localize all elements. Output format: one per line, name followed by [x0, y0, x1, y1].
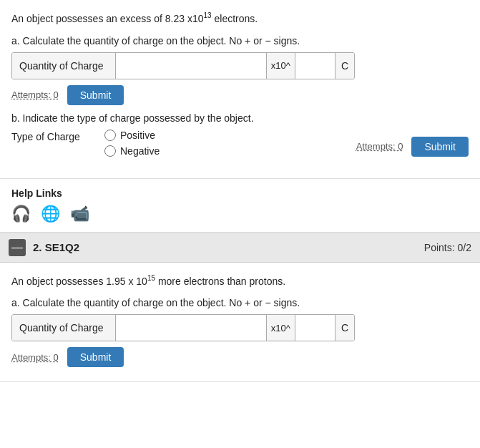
type-of-charge-wrapper: Type of Charge Positive Negative Attempt…: [11, 130, 469, 164]
part-b-submit-button[interactable]: Submit: [411, 137, 469, 157]
q2-quantity-of-charge-input-row: Quantity of Charge x10^ C: [11, 314, 355, 341]
help-links-title: Help Links: [11, 188, 469, 199]
question-1-intro: An object possesses an excess of 8.23 x1…: [11, 10, 469, 26]
q2-exp-label: x10^: [266, 315, 295, 341]
question-2-part-a: a. Calculate the quantity of charge on t…: [11, 297, 469, 367]
part-a-attempts-row: Attempts: 0 Submit: [11, 85, 469, 105]
radio-group: Positive Negative: [104, 130, 160, 157]
part-b-attempts-count: Attempts: 0: [356, 141, 403, 152]
type-of-charge-label: Type of Charge: [11, 130, 104, 142]
points-badge: Points: 0/2: [424, 242, 471, 253]
positive-option[interactable]: Positive: [104, 130, 160, 141]
q2-unit-label: C: [335, 315, 354, 341]
part-a-submit-button[interactable]: Submit: [67, 85, 124, 105]
q2-part-a-label: a. Calculate the quantity of charge on t…: [11, 297, 469, 308]
part-a-label: a. Calculate the quantity of charge on t…: [11, 35, 469, 47]
q2-quantity-charge-main-input[interactable]: [116, 315, 266, 341]
exp-label: x10^: [266, 53, 295, 79]
question-1-part-a: a. Calculate the quantity of charge on t…: [11, 35, 469, 105]
type-of-charge-row: Type of Charge Positive Negative: [11, 130, 160, 157]
unit-label: C: [335, 53, 354, 79]
q2-attempts-count: Attempts: 0: [11, 352, 59, 363]
question-2-section: An object possesses 1.95 x 1015 more ele…: [0, 263, 480, 383]
quantity-charge-main-input[interactable]: [116, 53, 266, 79]
question-1-part-b: b. Indicate the type of charge possessed…: [11, 112, 469, 164]
q2-exponent-input[interactable]: [295, 315, 335, 341]
web-icon[interactable]: 🌐: [41, 205, 60, 223]
section-title: 2. SE1Q2: [33, 241, 424, 253]
part-b-label: b. Indicate the type of charge possessed…: [11, 112, 469, 124]
help-links-section: Help Links 🎧 🌐 📹: [0, 179, 480, 233]
quantity-charge-label: Quantity of Charge: [12, 53, 116, 79]
headphones-icon[interactable]: 🎧: [11, 205, 31, 223]
question-2-intro: An object possesses 1.95 x 1015 more ele…: [11, 273, 469, 289]
help-icons-row: 🎧 🌐 📹: [11, 205, 469, 223]
question-2-header: — 2. SE1Q2 Points: 0/2: [0, 233, 480, 263]
negative-label: Negative: [120, 145, 160, 157]
q2-quantity-charge-label: Quantity of Charge: [12, 315, 116, 341]
positive-label: Positive: [120, 130, 155, 141]
collapse-button[interactable]: —: [9, 239, 26, 256]
positive-radio[interactable]: [104, 130, 116, 141]
quantity-of-charge-input-row: Quantity of Charge x10^ C: [11, 52, 355, 79]
negative-option[interactable]: Negative: [104, 145, 160, 157]
exponent-input[interactable]: [295, 53, 335, 79]
question-1-section: An object possesses an excess of 8.23 x1…: [0, 0, 480, 179]
q2-part-a-attempts-row: Attempts: 0 Submit: [11, 347, 469, 367]
q2-part-a-submit-button[interactable]: Submit: [67, 347, 124, 367]
part-b-attempts-submit: Attempts: 0 Submit: [356, 137, 469, 157]
video-icon[interactable]: 📹: [70, 205, 89, 223]
attempts-count: Attempts: 0: [11, 89, 59, 100]
negative-radio[interactable]: [104, 145, 116, 157]
